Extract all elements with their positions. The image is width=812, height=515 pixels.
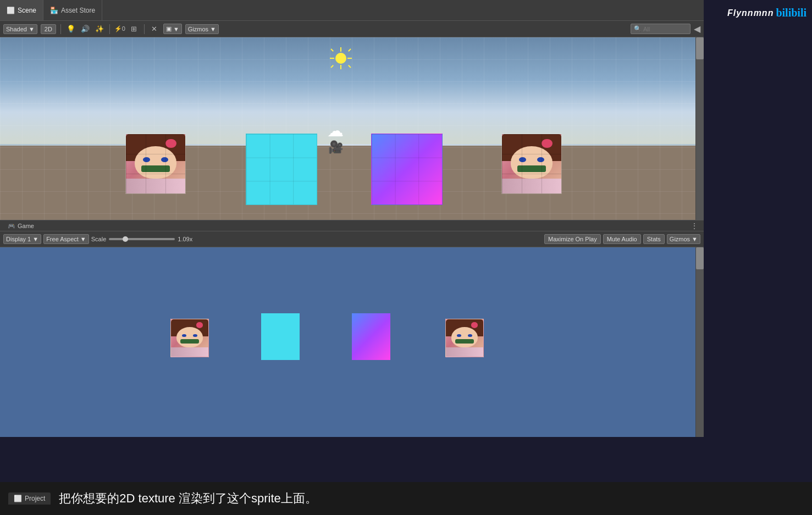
shading-dropdown[interactable]: Shaded ▼	[3, 24, 37, 34]
gizmos-dropdown[interactable]: Gizmos ▼	[185, 24, 219, 34]
game-kimono-2	[446, 347, 483, 357]
sprite-right[interactable]	[501, 134, 562, 194]
display-chevron: ▼	[32, 236, 38, 242]
cyan-square	[246, 134, 317, 205]
grid-icon[interactable]: ⊞	[129, 24, 140, 35]
scene-tab-icon: ⬜	[7, 7, 15, 14]
persp-chevron: ▼	[173, 26, 179, 32]
right-panel: Flynnmnn bilibili	[704, 0, 812, 515]
subtitle-container: 把你想要的2D texture 渲染到了这个sprite上面。	[59, 490, 317, 507]
sun-object[interactable]	[330, 47, 352, 69]
scale-slider-thumb[interactable]	[123, 236, 128, 242]
game-eye-l-2	[457, 334, 461, 337]
sprite-grid-left	[126, 134, 185, 193]
aspect-chevron: ▼	[80, 236, 86, 242]
game-tab-bar: 🎮 Game ⋮	[0, 220, 704, 232]
stats-btn[interactable]: Stats	[643, 234, 665, 244]
game-scrollbar-thumb[interactable]	[696, 247, 704, 269]
asset-store-icon: 🏪	[50, 7, 58, 14]
game-toolbar: Display 1 ▼ Free Aspect ▼ Scale 1.09x Ma…	[0, 231, 704, 247]
game-sprite-1	[170, 319, 209, 357]
aspect-dropdown[interactable]: Free Aspect ▼	[43, 234, 89, 244]
game-eye-l-1	[182, 334, 186, 337]
gradient-square-object[interactable]	[371, 134, 443, 205]
sun-ray-bl	[330, 65, 334, 68]
game-ribbon-2	[471, 322, 478, 328]
game-gizmos-label: Gizmos	[670, 236, 690, 242]
gizmos-chevron: ▼	[210, 26, 216, 32]
scale-slider-track[interactable]	[109, 238, 175, 240]
project-tab-icon: ⬜	[14, 495, 22, 502]
sun-ray-br	[348, 65, 351, 68]
scene-view: ☁ 🎥	[0, 37, 704, 231]
game-cyan-square	[261, 313, 300, 360]
gizmos-label: Gizmos	[188, 26, 208, 32]
game-tab-icon: 🎮	[8, 223, 15, 230]
search-input[interactable]	[643, 26, 687, 32]
scene-tab[interactable]: ⬜ Scene	[0, 0, 43, 20]
scene-tab-label: Scene	[18, 7, 36, 14]
fx-icon[interactable]: ✨	[94, 24, 105, 35]
scene-scrollbar-thumb[interactable]	[696, 37, 704, 59]
game-panel-menu[interactable]: ⋮	[688, 221, 700, 230]
separator-1	[60, 24, 61, 34]
scene-scrollbar[interactable]	[695, 37, 704, 231]
scene-toolbar: Shaded ▼ 2D 💡 🔊 ✨ ⚡0 ⊞ ✕ ▣ ▼ Gizmos ▼ 🔍 …	[0, 21, 704, 37]
collapse-btn[interactable]: ◀	[694, 24, 700, 34]
bilibili-icon: bilibili	[776, 7, 807, 19]
game-gizmos-chevron: ▼	[692, 236, 698, 242]
display-dropdown[interactable]: Display 1 ▼	[3, 234, 41, 244]
mute-audio-btn[interactable]: Mute Audio	[603, 234, 641, 244]
persp-label: ▣	[166, 25, 172, 32]
game-eyes-1	[182, 334, 198, 337]
asset-store-tab[interactable]: 🏪 Asset Store	[43, 0, 102, 20]
sprite-grid-right	[502, 134, 561, 193]
sun-circle	[335, 53, 346, 64]
bottom-bar: ⬜ Project 把你想要的2D texture 渲染到了这个sprite上面…	[0, 482, 812, 515]
game-tab[interactable]: 🎮 Game	[3, 221, 38, 231]
display-label: Display 1	[6, 236, 31, 242]
game-eyes-2	[457, 334, 473, 337]
camera-object[interactable]: ☁ 🎥	[327, 123, 344, 154]
audio-icon[interactable]: 🔊	[80, 24, 91, 35]
bilibili-logo: Flynnmnn bilibili	[727, 7, 807, 19]
sun-ray-top	[340, 47, 341, 52]
gradient-square	[371, 134, 443, 205]
game-scrollbar[interactable]	[695, 247, 704, 437]
scale-label: Scale	[91, 236, 107, 242]
top-tab-bar: ⬜ Scene 🏪 Asset Store	[0, 0, 704, 21]
scale-value: 1.09x	[178, 236, 192, 242]
sun-ray-tr	[348, 48, 351, 52]
sun-ray-tl	[330, 48, 334, 52]
game-skin-2	[451, 327, 478, 347]
aspect-label: Free Aspect	[46, 236, 79, 242]
2d-button[interactable]: 2D	[41, 24, 56, 34]
sun-ray-right	[347, 58, 352, 59]
scale-control: Scale 1.09x	[91, 236, 192, 242]
game-ribbon-1	[196, 322, 203, 328]
separator-3	[144, 24, 145, 34]
game-gizmos-dropdown[interactable]: Gizmos ▼	[667, 234, 700, 244]
persp-icon[interactable]: ✕	[149, 24, 160, 35]
game-view	[0, 247, 695, 437]
game-mask-1	[180, 339, 198, 343]
game-sprite-2	[445, 319, 484, 357]
game-tab-label: Game	[18, 223, 34, 229]
anime-sprite-right	[501, 134, 562, 194]
sprite-left[interactable]	[125, 134, 186, 194]
search-icon: 🔍	[634, 25, 642, 32]
game-toolbar-right: Maximize On Play Mute Audio Stats Gizmos…	[544, 234, 700, 244]
subtitle-text: 把你想要的2D texture 渲染到了这个sprite上面。	[59, 491, 317, 505]
scene-grid-overlay	[0, 37, 704, 231]
asset-store-label: Asset Store	[61, 7, 95, 14]
game-eye-r-2	[468, 334, 472, 337]
search-box[interactable]: 🔍	[631, 24, 691, 34]
maximize-on-play-btn[interactable]: Maximize On Play	[544, 234, 601, 244]
persp-dropdown[interactable]: ▣ ▼	[163, 24, 182, 34]
game-face-1	[171, 319, 208, 357]
cyan-square-object[interactable]	[246, 134, 317, 205]
scene-layers-icon[interactable]: ⚡0	[114, 24, 125, 35]
shading-chevron: ▼	[29, 26, 35, 32]
project-tab[interactable]: ⬜ Project	[8, 492, 51, 505]
light-icon[interactable]: 💡	[65, 24, 76, 35]
